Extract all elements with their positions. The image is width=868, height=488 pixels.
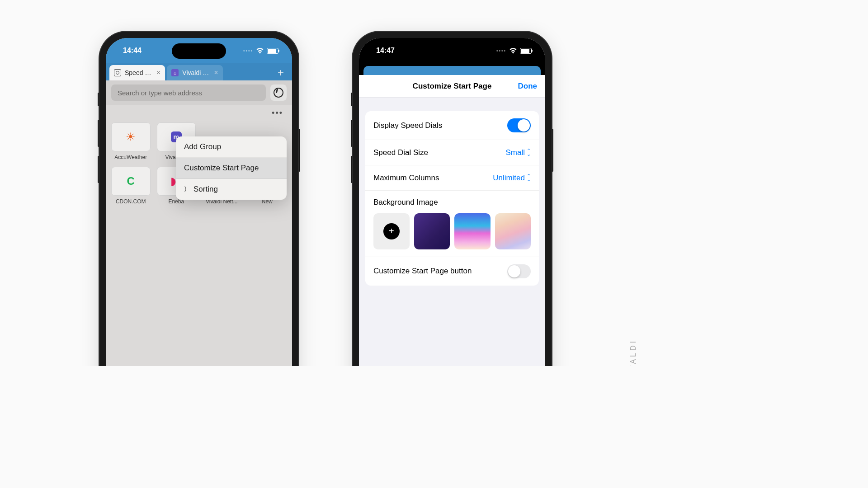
tab-speed-dial[interactable]: Speed Dial × <box>109 65 165 80</box>
speed-dial-cdon[interactable]: C CDON.COM <box>111 167 151 205</box>
select-arrows-icon: ⌃⌄ <box>527 149 531 156</box>
setting-background-image: Background Image + <box>365 191 539 257</box>
modal-title: Customize Start Page <box>367 82 537 91</box>
vivaldi-logo-icon <box>274 88 283 98</box>
close-icon[interactable]: × <box>156 69 160 77</box>
vivaldi-menu-button[interactable] <box>270 84 287 101</box>
toggle-display-speed-dials[interactable] <box>507 118 531 132</box>
menu-customize-start-page[interactable]: Customize Start Page <box>176 158 287 179</box>
battery-icon <box>520 48 532 54</box>
new-tab-button[interactable]: + <box>273 65 288 80</box>
max-columns-value: Unlimited <box>493 174 525 183</box>
tab-strip: Speed Dial × ⌂ Vivaldi Socia... × + <box>106 63 292 80</box>
speed-dial-size-value: Small <box>505 148 525 157</box>
menu-sorting[interactable]: 〉 Sorting <box>176 179 287 200</box>
bg-option-pink[interactable] <box>454 213 491 249</box>
select-arrows-icon: ⌃⌄ <box>527 174 531 181</box>
status-time: 14:44 <box>123 47 142 55</box>
address-placeholder: Search or type web address <box>118 89 202 97</box>
wifi-icon <box>509 47 517 54</box>
setting-max-columns[interactable]: Maximum Columns Unlimited ⌃⌄ <box>365 165 539 191</box>
setting-customize-button: Customize Start Page button <box>365 257 539 286</box>
tab-title: Vivaldi Socia... <box>182 69 210 76</box>
menu-add-group[interactable]: Add Group <box>176 136 287 158</box>
address-bar[interactable]: Search or type web address <box>111 84 266 101</box>
tab-title: Speed Dial <box>125 69 153 76</box>
status-time: 14:47 <box>376 47 395 55</box>
close-icon[interactable]: × <box>214 69 218 77</box>
bg-option-purple[interactable] <box>414 213 450 249</box>
cdon-icon: C <box>127 175 135 188</box>
notch <box>425 43 479 59</box>
vivaldi-watermark: ▷ VIVALDI <box>629 339 637 366</box>
done-button[interactable]: Done <box>518 82 538 91</box>
bg-add-button[interactable]: + <box>373 213 410 249</box>
more-options-button[interactable]: ••• <box>106 105 292 120</box>
settings-card: Display Speed Dials Speed Dial Size Smal… <box>365 111 539 286</box>
setting-display-speed-dials: Display Speed Dials <box>365 111 539 140</box>
battery-icon <box>267 48 278 54</box>
vivaldi-social-icon: ⌂ <box>171 69 179 76</box>
cellular-icon: •••• <box>496 48 506 53</box>
toggle-customize-button[interactable] <box>507 264 531 278</box>
plus-icon: + <box>383 223 400 239</box>
phone-mockup-left: 14:44 •••• Speed Dial × ⌂ <box>99 32 298 366</box>
cellular-icon: •••• <box>243 48 253 53</box>
tab-vivaldi-social[interactable]: ⌂ Vivaldi Socia... × <box>167 65 222 80</box>
chevron-right-icon: 〉 <box>184 185 190 193</box>
sun-icon: ☀ <box>126 131 136 143</box>
phone-mockup-right: 14:47 •••• Customize Start Page Done <box>353 32 552 366</box>
context-menu: Add Group Customize Start Page 〉 Sorting <box>176 136 287 200</box>
speed-dial-icon <box>114 69 121 76</box>
modal-header: Customize Start Page Done <box>359 75 545 98</box>
bg-option-peach[interactable] <box>495 213 531 249</box>
speed-dial-accuweather[interactable]: ☀ AccuWeather <box>111 122 151 160</box>
notch <box>172 43 226 59</box>
setting-speed-dial-size[interactable]: Speed Dial Size Small ⌃⌄ <box>365 140 539 165</box>
wifi-icon <box>256 47 264 54</box>
